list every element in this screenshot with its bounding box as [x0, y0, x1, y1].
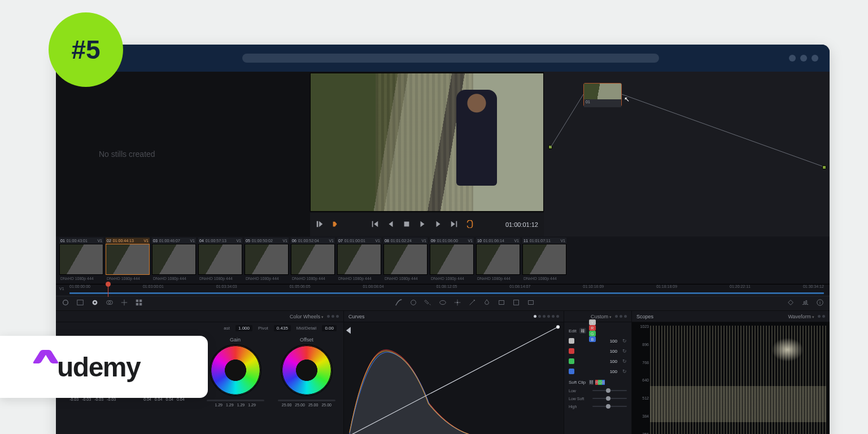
clip-thumb-08[interactable]: 0801:01:02:24V1 [383, 238, 428, 275]
channel-row-R[interactable]: 100↻ [569, 346, 627, 356]
info-icon[interactable] [816, 299, 824, 309]
channel-chip-R[interactable]: R [589, 325, 596, 331]
curves-graph[interactable] [344, 322, 564, 434]
loop-in-icon[interactable] [332, 220, 339, 229]
wheels-adjust-bar: ast 1.000 Pivot 0.435 Mid/Detail 0.00 [56, 322, 343, 334]
pivot-value[interactable]: 0.435 [274, 325, 291, 331]
scopes-panel: Scopes Waveform 1023896768640512384256 [632, 311, 830, 434]
softclip-slider-High[interactable]: High [569, 402, 627, 410]
viewer-timecode: 01:00:01:12 [505, 221, 538, 228]
clip-thumb-10[interactable]: 1001:01:06:14V1 [476, 238, 520, 275]
next-clip-icon[interactable] [450, 220, 458, 229]
channel-chip-B[interactable]: B [589, 336, 596, 342]
keyframes-icon[interactable] [787, 299, 795, 309]
key-icon[interactable] [498, 299, 505, 309]
cursor-icon: ↖ [624, 95, 630, 103]
motion-effects-icon[interactable] [120, 299, 128, 309]
color-node-1[interactable]: 01 [583, 83, 622, 107]
clip-thumb-09[interactable]: 0901:01:06:00V1 [430, 238, 474, 275]
channel-chip-Y[interactable]: Y [589, 319, 596, 325]
mini-timeline[interactable]: V1 01:00:00:0001:03:00:0101:03:34:0301:0… [56, 284, 830, 296]
udemy-badge: udemy [0, 336, 208, 398]
timeline-clip-bar[interactable] [69, 292, 824, 294]
scopes-opts[interactable] [818, 315, 825, 318]
clip-thumb-06[interactable]: 0601:00:52:04V1 [291, 238, 335, 275]
svg-line-1 [551, 94, 583, 147]
custom-mode[interactable]: Custom [591, 314, 612, 319]
scopes-icon[interactable] [801, 299, 809, 309]
svg-rect-4 [77, 300, 84, 305]
clip-thumb-01[interactable]: 0101:00:43:01V1 [59, 238, 103, 275]
scopes-title: Scopes [636, 314, 653, 319]
camera-raw-icon[interactable] [62, 299, 69, 309]
mid-value[interactable]: 0.00 [322, 325, 337, 331]
clip-thumb-02[interactable]: 0201:00:44:13V1 [106, 238, 150, 275]
contrast-value[interactable]: 1.000 [235, 325, 252, 331]
svg-rect-16 [499, 300, 504, 304]
curves-icon[interactable] [395, 299, 403, 309]
sizing-icon[interactable] [512, 299, 520, 309]
timeline-ticks: 01:00:00:0001:03:00:0101:03:34:0301:05:0… [69, 284, 824, 290]
reset-icon[interactable]: ↻ [622, 338, 627, 344]
blur-icon[interactable] [483, 299, 491, 309]
color-match-icon[interactable] [76, 299, 84, 309]
clip-thumb-03[interactable]: 0301:00:46:07V1 [152, 238, 196, 275]
warper-icon[interactable] [409, 299, 417, 309]
viewer-image[interactable] [310, 73, 544, 212]
channel-row-Y[interactable]: 100↻ [569, 336, 627, 346]
wheels-page-dots[interactable] [327, 315, 339, 318]
node-graph[interactable]: 01 ↖ [544, 72, 830, 236]
color-wheels-title[interactable]: Color Wheels [290, 314, 324, 319]
step-fwd-icon[interactable] [434, 220, 442, 229]
play-icon[interactable] [418, 220, 426, 229]
channel-row-B[interactable]: 100↻ [569, 366, 627, 376]
softclip-slider-Low[interactable]: Low [569, 387, 627, 394]
contrast-label: ast [224, 326, 230, 331]
softclip-chip-G[interactable]: G [598, 380, 601, 385]
pivot-label: Pivot [258, 326, 268, 331]
mark-in-icon[interactable] [316, 220, 324, 229]
color-wheel-Offset[interactable]: Offset25.0025.0025.0025.00 [278, 337, 335, 434]
waveform-scope[interactable]: 1023896768640512384256 [632, 322, 830, 434]
playhead[interactable] [108, 282, 108, 297]
wheels-icon[interactable] [91, 299, 99, 309]
window-icon[interactable] [439, 299, 447, 309]
3d-icon[interactable] [527, 299, 535, 309]
address-bar[interactable] [242, 54, 659, 63]
loop-icon[interactable] [466, 220, 474, 229]
stop-icon[interactable] [403, 220, 411, 229]
qualifier-icon[interactable] [424, 299, 432, 309]
edit-label: Edit [569, 328, 577, 334]
clip-strip[interactable]: 0101:00:43:01V10201:00:44:13V10301:00:46… [56, 236, 830, 276]
clip-codec: DNxHD 1080p 444 [383, 276, 428, 284]
clip-thumb-11[interactable]: 1101:01:07:11V1 [522, 238, 566, 275]
grid-icon[interactable] [135, 299, 143, 309]
viewer-panel: 01:00:01:12 [310, 72, 544, 236]
node-output-dot[interactable] [822, 165, 826, 169]
clip-thumb-04[interactable]: 0401:00:57:13V1 [198, 238, 242, 275]
link-icon[interactable]: ⛓ [579, 328, 586, 334]
link-icon[interactable]: ⛓ [589, 380, 594, 385]
tracker-icon[interactable] [453, 299, 461, 309]
channel-row-G[interactable]: 100↻ [569, 356, 627, 366]
reset-icon[interactable]: ↻ [622, 348, 627, 354]
color-wheel-Gain[interactable]: Gain1.291.291.291.29 [207, 337, 264, 434]
reset-icon[interactable]: ↻ [622, 369, 627, 374]
magic-mask-icon[interactable] [468, 299, 476, 309]
softclip-chip-B[interactable]: B [602, 380, 605, 385]
clip-thumb-07[interactable]: 0701:01:00:01V1 [337, 238, 381, 275]
reset-icon[interactable]: ↻ [622, 358, 627, 364]
clip-codec: DNxHD 1080p 444 [291, 276, 335, 284]
scopes-mode[interactable]: Waveform [788, 314, 814, 319]
clip-thumb-05[interactable]: 0501:00:50:02V1 [245, 238, 289, 275]
curves-custom-panel: Custom Edit ⛓ YRGB 100↻100↻100↻100↻ Soft… [564, 311, 632, 434]
step-back-icon[interactable] [387, 220, 395, 229]
rgb-mixer-icon[interactable] [106, 299, 114, 309]
window-controls[interactable] [789, 55, 818, 62]
softclip-slider-Low Soft[interactable]: Low Soft [569, 394, 627, 402]
channel-chip-G[interactable]: G [589, 331, 596, 336]
custom-dots[interactable] [615, 315, 627, 318]
transport-bar: 01:00:01:12 [310, 213, 544, 236]
prev-clip-icon[interactable] [371, 220, 379, 229]
curves-page-dots[interactable] [534, 315, 559, 318]
